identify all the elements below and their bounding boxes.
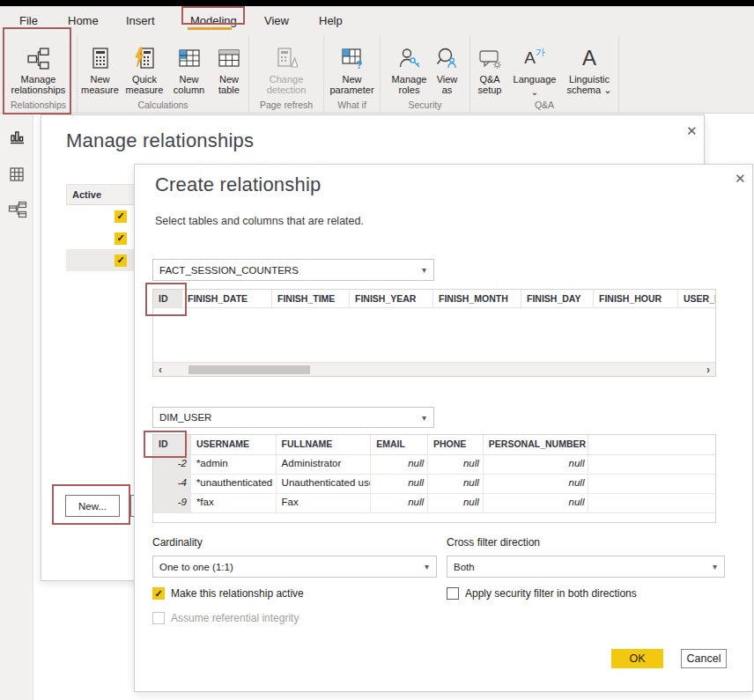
column-header[interactable]: FULLNAME <box>277 435 372 454</box>
scrollbar-thumb[interactable] <box>188 365 310 374</box>
lightning-calculator-icon <box>133 46 156 70</box>
empty-cell <box>588 455 715 474</box>
button-label: Quick measure <box>122 75 166 95</box>
scroll-left-icon[interactable]: ‹ <box>159 364 162 376</box>
group-label-security: Security <box>381 99 469 114</box>
cardinality-label: Cardinality <box>152 536 203 549</box>
table-row[interactable]: -9 *fax Fax null null null <box>153 494 715 513</box>
cell-fullname: Fax <box>277 494 372 512</box>
table-row[interactable]: -4 *unauthenticated Unauthenticated user… <box>153 475 715 494</box>
table-row[interactable]: -2 *admin Administrator null null null <box>153 455 715 475</box>
scroll-right-icon[interactable]: › <box>706 364 710 376</box>
language-button[interactable]: A가 Language ⌄ <box>510 46 559 95</box>
menu-insert[interactable]: Insert <box>126 14 155 27</box>
quick-measure-button[interactable]: Quick measure <box>122 46 166 95</box>
new-measure-button[interactable]: New measure <box>79 46 121 95</box>
ok-button[interactable]: OK <box>611 649 663 668</box>
cell-email: null <box>371 494 428 512</box>
view-sidebar <box>0 114 33 700</box>
column-header[interactable]: PERSONAL_NUMBER <box>484 435 589 454</box>
calculator-icon <box>89 46 112 70</box>
column-header[interactable]: FINISH_HOUR <box>594 290 678 307</box>
cross-filter-dropdown[interactable]: Both ▾ <box>447 556 725 578</box>
column-header[interactable]: FINISH_DAY <box>521 290 594 307</box>
column-header[interactable]: EMAIL <box>371 435 428 454</box>
linguistic-schema-button[interactable]: A Linguistic schema ⌄ <box>561 46 617 95</box>
from-table-dropdown[interactable]: FACT_SESSION_COUNTERS ▾ <box>152 259 434 281</box>
group-label-page-refresh: Page refresh <box>249 99 323 114</box>
data-view-icon[interactable] <box>8 166 26 183</box>
column-header[interactable]: ID <box>153 290 182 307</box>
column-header[interactable]: FINISH_YEAR <box>350 290 433 307</box>
person-key-icon <box>398 46 421 70</box>
button-label: New table <box>211 75 247 95</box>
empty-cell <box>588 494 715 512</box>
active-checkbox[interactable]: ✓ <box>115 232 127 245</box>
group-label-relationships: Relationships <box>0 99 77 114</box>
svg-text:?: ? <box>356 59 362 70</box>
make-active-checkbox[interactable]: ✓ <box>152 587 165 600</box>
table-icon <box>218 46 240 70</box>
to-table-dropdown[interactable]: DIM_USER ▾ <box>152 407 434 428</box>
menu-view[interactable]: View <box>264 14 289 27</box>
column-header[interactable]: FINISH_TIME <box>272 290 350 307</box>
cardinality-value: One to one (1:1) <box>153 562 233 572</box>
group-label-calculations: Calculations <box>78 99 248 114</box>
close-icon[interactable]: ✕ <box>686 124 698 137</box>
column-header[interactable]: FINISH_DATE <box>182 290 272 307</box>
make-active-checkbox-row[interactable]: ✓ Make this relationship active <box>152 587 304 600</box>
manage-relationships-button[interactable]: Manage relationships <box>4 46 74 95</box>
column-header[interactable]: FINISH_MONTH <box>433 290 521 307</box>
menu-help[interactable]: Help <box>319 14 343 27</box>
from-table-value: FACT_SESSION_COUNTERS <box>153 265 299 276</box>
active-tab-underline <box>188 27 232 30</box>
button-label: Manage roles <box>388 75 431 95</box>
button-label: Change detection <box>259 75 314 95</box>
menu-bar: File Home Insert Modeling View Help <box>0 6 754 35</box>
close-icon[interactable]: ✕ <box>735 172 746 185</box>
cardinality-dropdown[interactable]: One to one (1:1) ▾ <box>152 556 437 578</box>
new-column-button[interactable]: New column <box>168 46 210 95</box>
menu-home[interactable]: Home <box>68 14 99 27</box>
column-header[interactable]: USERNAME <box>191 435 277 454</box>
column-header[interactable]: PHONE <box>428 435 484 454</box>
make-active-label: Make this relationship active <box>171 587 304 600</box>
active-checkbox[interactable]: ✓ <box>115 254 127 267</box>
language-icon: A가 <box>524 46 545 70</box>
cell-username: *admin <box>191 455 277 474</box>
cell-email: null <box>371 475 428 493</box>
view-as-button[interactable]: View as <box>432 46 462 95</box>
security-filter-checkbox[interactable] <box>447 587 459 600</box>
table-column-icon <box>178 46 201 70</box>
person-magnifier-icon <box>436 46 459 70</box>
button-label: New parameter <box>325 75 380 95</box>
to-table-value: DIM_USER <box>153 412 211 423</box>
horizontal-scrollbar[interactable]: ‹ › <box>153 362 715 376</box>
ribbon: Manage relationships Relationships New m… <box>0 35 754 114</box>
column-header[interactable]: USER_ID <box>678 290 715 307</box>
chevron-down-icon: ⌄ <box>531 90 538 95</box>
menu-modeling[interactable]: Modeling <box>190 14 237 27</box>
new-table-button[interactable]: New table <box>211 46 247 95</box>
cell-fullname: Unauthenticated user <box>277 475 372 493</box>
model-view-icon[interactable] <box>8 201 26 218</box>
empty-cell <box>588 475 715 493</box>
parameter-icon: ? <box>341 46 364 70</box>
cell-phone: null <box>428 494 484 512</box>
cell-phone: null <box>428 455 484 474</box>
security-filter-checkbox-row[interactable]: Apply security filter in both directions <box>447 587 637 600</box>
window-title-bar <box>0 0 754 6</box>
report-view-icon[interactable] <box>8 129 26 146</box>
new-parameter-button[interactable]: ? New parameter <box>325 46 380 95</box>
cell-email: null <box>371 455 428 474</box>
cancel-button[interactable]: Cancel <box>681 649 727 668</box>
menu-file[interactable]: File <box>19 14 38 27</box>
manage-roles-button[interactable]: Manage roles <box>388 46 431 95</box>
button-label: Q&A setup <box>471 75 508 95</box>
ribbon-chrome: File Home Insert Modeling View Help <box>0 6 754 114</box>
active-checkbox[interactable]: ✓ <box>115 210 127 223</box>
qa-setup-button[interactable]: Q&A setup <box>471 46 508 95</box>
cell-username: *fax <box>191 494 277 512</box>
column-header[interactable]: ID <box>153 435 191 454</box>
new-relationship-button[interactable]: New... <box>65 495 120 517</box>
